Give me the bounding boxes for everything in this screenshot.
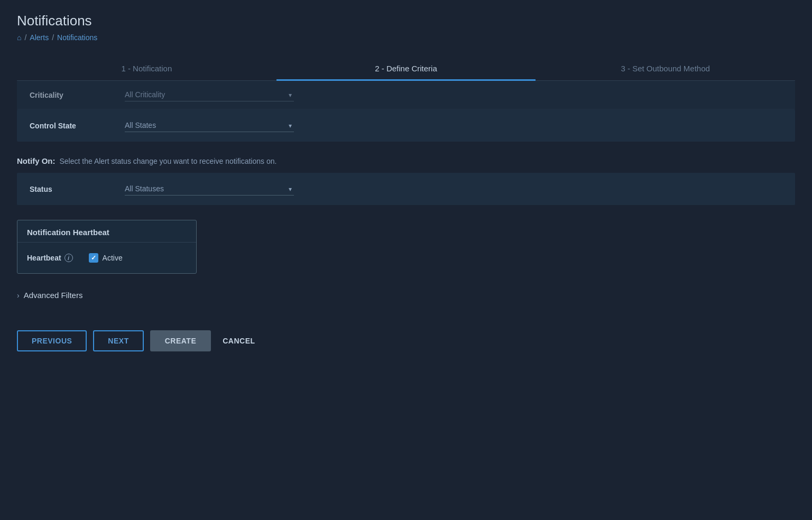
home-icon[interactable]: ⌂ [17, 33, 21, 42]
criticality-dropdown-wrapper: All Criticality ▾ [125, 88, 294, 101]
partial-section: Criticality All Criticality ▾ [17, 81, 795, 109]
breadcrumb-alerts[interactable]: Alerts [30, 33, 49, 42]
heartbeat-box-title: Notification Heartbeat [17, 220, 196, 243]
heartbeat-label: Heartbeat i [27, 254, 73, 262]
tab-notification[interactable]: 1 - Notification [17, 57, 276, 80]
heartbeat-content: Heartbeat i Active [17, 243, 196, 273]
tabs-container: 1 - Notification 2 - Define Criteria 3 -… [17, 57, 795, 81]
form-area: Criticality All Criticality ▾ Control St… [17, 81, 795, 351]
next-button[interactable]: NEXT [93, 330, 143, 351]
breadcrumb: ⌂ / Alerts / Notifications [17, 33, 795, 42]
heartbeat-active-label: Active [103, 254, 123, 262]
notify-on-section: Notify On: Select the Alert status chang… [17, 156, 795, 205]
page-title: Notifications [17, 13, 795, 29]
tab-outbound-method[interactable]: 3 - Set Outbound Method [536, 57, 795, 80]
control-state-label: Control State [30, 122, 125, 130]
previous-button[interactable]: PREVIOUS [17, 330, 87, 351]
page-container: Notifications ⌂ / Alerts / Notifications… [0, 0, 812, 364]
advanced-filters-chevron-icon: › [17, 291, 20, 300]
heartbeat-info-icon[interactable]: i [64, 254, 73, 262]
create-button[interactable]: CREATE [150, 330, 211, 351]
cancel-button[interactable]: CANCEL [217, 331, 260, 350]
breadcrumb-notifications: Notifications [57, 33, 97, 42]
breadcrumb-sep1: / [24, 33, 26, 42]
heartbeat-box: Notification Heartbeat Heartbeat i Activ… [17, 220, 197, 274]
advanced-filters-label: Advanced Filters [24, 291, 83, 300]
status-dropdown[interactable]: All Statuses New Acknowledged Resolved C… [125, 182, 294, 196]
status-dropdown-wrapper: All Statuses New Acknowledged Resolved C… [125, 182, 294, 196]
heartbeat-active-checkbox-label[interactable]: Active [89, 253, 123, 263]
notify-on-label: Notify On: [17, 156, 56, 165]
control-state-section: Control State All States Active Inactive… [17, 109, 795, 142]
criticality-label: Criticality [30, 91, 125, 99]
control-state-dropdown-wrapper: All States Active Inactive Maintenance ▾ [125, 119, 294, 132]
status-label: Status [30, 185, 125, 193]
advanced-filters-row[interactable]: › Advanced Filters [17, 284, 795, 306]
control-state-row: Control State All States Active Inactive… [17, 109, 795, 142]
criticality-row: Criticality All Criticality ▾ [17, 81, 795, 109]
tab-define-criteria[interactable]: 2 - Define Criteria [276, 57, 536, 80]
breadcrumb-sep2: / [52, 33, 54, 42]
criticality-dropdown[interactable]: All Criticality [125, 88, 294, 101]
button-bar: PREVIOUS NEXT CREATE CANCEL [17, 322, 795, 351]
heartbeat-checkbox[interactable] [89, 253, 98, 263]
notify-on-description: Select the Alert status change you want … [60, 157, 277, 165]
status-row: Status All Statuses New Acknowledged Res… [17, 173, 795, 205]
status-section: Status All Statuses New Acknowledged Res… [17, 173, 795, 205]
control-state-dropdown[interactable]: All States Active Inactive Maintenance [125, 119, 294, 132]
notify-on-header: Notify On: Select the Alert status chang… [17, 156, 795, 165]
